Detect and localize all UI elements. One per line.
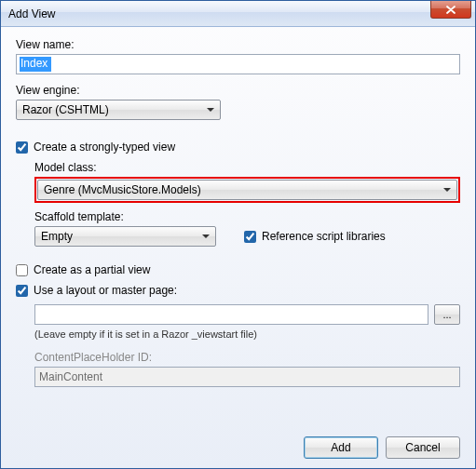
titlebar: Add View [1,1,475,27]
view-engine-label: View engine: [16,84,460,97]
use-layout-label: Use a layout or master page: [34,284,177,297]
strongly-typed-row: Create a strongly-typed view [16,141,460,154]
strongly-typed-label: Create a strongly-typed view [34,141,175,154]
add-view-dialog: Add View View name: Index View engine: R… [0,0,476,469]
dialog-buttons: Add Cancel [16,431,460,459]
cph-label: ContentPlaceHolder ID: [34,351,460,364]
model-class-highlight: Genre (MvcMusicStore.Models) [34,177,460,203]
ref-scripts-label: Reference script libraries [262,230,386,243]
partial-view-label: Create as a partial view [34,263,150,276]
dialog-content: View name: Index View engine: Razor (CSH… [1,27,475,468]
add-button[interactable]: Add [304,436,378,459]
chevron-down-icon [202,234,210,238]
view-name-label: View name: [16,38,460,51]
view-engine-value: Razor (CSHTML) [22,103,109,116]
cph-input [34,367,460,387]
browse-label: ... [442,309,451,320]
layout-hint: (Leave empty if it is set in a Razor _vi… [34,328,460,340]
scaffold-label: Scaffold template: [34,210,460,223]
chevron-down-icon [207,108,214,112]
use-layout-checkbox[interactable] [16,285,28,297]
scaffold-value: Empty [41,230,73,243]
view-engine-combo[interactable]: Razor (CSHTML) [16,100,221,120]
close-icon [446,6,456,14]
model-class-value: Genre (MvcMusicStore.Models) [44,183,201,196]
ref-scripts-checkbox[interactable] [244,231,256,243]
model-class-combo[interactable]: Genre (MvcMusicStore.Models) [37,180,457,200]
partial-view-row: Create as a partial view [16,263,460,276]
strongly-typed-checkbox[interactable] [16,141,28,154]
partial-view-checkbox[interactable] [16,264,28,276]
close-button[interactable] [430,1,471,19]
use-layout-row: Use a layout or master page: [16,284,460,297]
ref-scripts-row: Reference script libraries [244,230,386,243]
chevron-down-icon [443,188,451,192]
cancel-button[interactable]: Cancel [386,436,460,459]
scaffold-combo[interactable]: Empty [34,226,216,247]
view-name-input[interactable]: Index [16,54,460,74]
model-class-label: Model class: [34,161,460,174]
layout-path-input[interactable] [34,304,428,325]
window-title: Add View [8,7,55,20]
browse-button[interactable]: ... [434,304,460,325]
view-name-value: Index [20,57,51,72]
